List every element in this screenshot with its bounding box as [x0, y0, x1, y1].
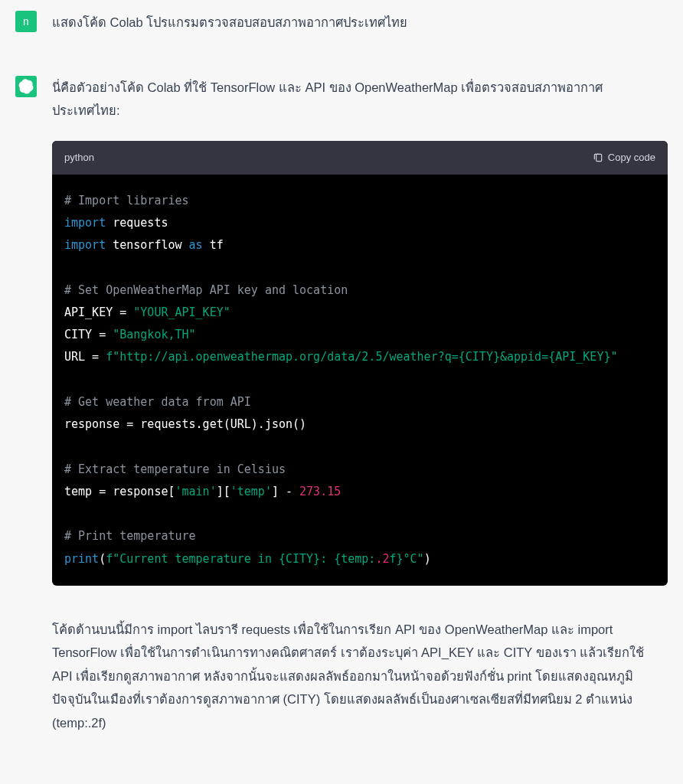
code-punct: ( [99, 552, 106, 566]
code-string: &appid= [500, 350, 548, 364]
code-punct: ) [424, 552, 431, 566]
code-block: python Copy code # Import libraries impo… [52, 141, 668, 586]
code-string: f"http://api.openweathermap.org/data/2.5… [106, 350, 459, 364]
code-comment: # Print temperature [64, 529, 196, 543]
code-fstring-expr: {temp: [334, 552, 375, 566]
code-keyword: import [64, 216, 106, 230]
code-keyword: as [189, 238, 203, 252]
code-ident: requests [106, 216, 168, 230]
user-avatar-letter: n [23, 15, 29, 28]
code-keyword: print [64, 552, 99, 566]
code-string: : [320, 552, 334, 566]
code-ident: tf [203, 238, 224, 252]
code-number: .2 [375, 552, 389, 566]
code-ident: temp = response[ [64, 485, 175, 498]
assistant-explanation-text: โค้ดด้านบนนี้มีการ import ไลบรารี reques… [52, 618, 668, 735]
assistant-avatar [15, 76, 37, 97]
code-string: " [610, 350, 617, 364]
openai-logo-icon [18, 79, 34, 94]
code-header: python Copy code [52, 141, 668, 175]
copy-code-button[interactable]: Copy code [593, 149, 655, 167]
clipboard-icon [593, 152, 603, 163]
code-ident: ][ [217, 485, 230, 498]
svg-rect-0 [596, 154, 602, 161]
code-language-label: python [64, 149, 94, 167]
code-string: "YOUR_API_KEY" [133, 305, 230, 319]
code-ident: API_KEY = [64, 305, 133, 319]
user-message-row: n แสดงโค้ด Colab โปรแกรมตรวจสอบสอบสภาพอา… [0, 0, 683, 45]
user-message-text: แสดงโค้ด Colab โปรแกรมตรวจสอบสอบสภาพอากา… [52, 11, 668, 34]
code-comment: # Get weather data from API [64, 395, 251, 409]
code-comment: # Extract temperature in Celsius [64, 462, 286, 476]
code-string: 'temp' [230, 485, 272, 498]
code-ident: URL = [64, 350, 106, 364]
code-ident: tensorflow [106, 238, 188, 252]
code-fstring-expr: {CITY} [279, 552, 320, 566]
code-body[interactable]: # Import libraries import requests impor… [52, 175, 668, 586]
code-string: °C" [404, 552, 424, 566]
code-comment: # Set OpenWeatherMap API key and locatio… [64, 283, 348, 297]
assistant-message-content: นี่คือตัวอย่างโค้ด Colab ที่ใช้ TensorFl… [52, 76, 668, 735]
assistant-intro-text: นี่คือตัวอย่างโค้ด Colab ที่ใช้ TensorFl… [52, 76, 668, 122]
assistant-message-row: นี่คือตัวอย่างโค้ด Colab ที่ใช้ TensorFl… [0, 45, 683, 746]
code-comment: # Import libraries [64, 194, 189, 207]
code-fstring-expr: f} [389, 552, 403, 566]
code-line: response = requests.get(URL).json() [64, 417, 306, 431]
code-ident: ] - [272, 485, 299, 498]
code-fstring-expr: {API_KEY} [548, 350, 610, 364]
code-string: f"Current temperature in [106, 552, 279, 566]
code-fstring-expr: {CITY} [459, 350, 500, 364]
user-avatar: n [15, 11, 37, 32]
copy-code-label: Copy code [608, 149, 655, 167]
code-string: "Bangkok,TH" [113, 328, 195, 341]
code-keyword: import [64, 238, 106, 252]
code-ident: CITY = [64, 328, 113, 341]
code-string: 'main' [175, 485, 217, 498]
code-number: 273.15 [299, 485, 341, 498]
